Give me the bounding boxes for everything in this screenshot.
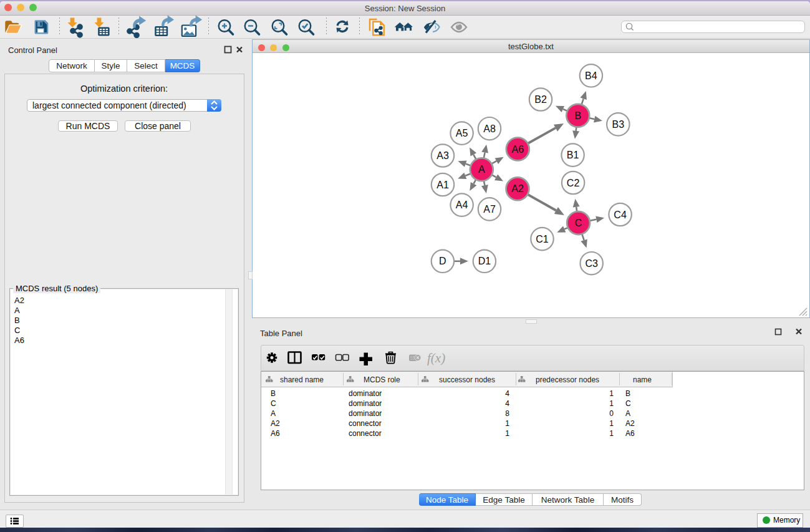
svg-text:B2: B2	[534, 94, 547, 105]
svg-text:A5: A5	[456, 128, 468, 138]
svg-text:B3: B3	[612, 119, 625, 130]
svg-text:D: D	[439, 256, 446, 266]
svg-text:C4: C4	[614, 210, 627, 220]
svg-text:B1: B1	[567, 150, 579, 160]
svg-text:A7: A7	[483, 204, 496, 215]
svg-text:A: A	[478, 164, 485, 175]
svg-text:A6: A6	[512, 144, 524, 155]
svg-text:A2: A2	[511, 183, 524, 194]
svg-text:A8: A8	[483, 123, 496, 134]
svg-text:A1: A1	[436, 180, 449, 190]
svg-text:B4: B4	[585, 70, 597, 81]
svg-text:C: C	[575, 218, 582, 228]
svg-text:B: B	[574, 110, 581, 121]
svg-text:C2: C2	[567, 178, 580, 188]
svg-text:A4: A4	[456, 200, 468, 210]
svg-text:A3: A3	[436, 150, 449, 161]
svg-text:D1: D1	[478, 256, 491, 266]
svg-text:C3: C3	[585, 258, 598, 269]
svg-text:C1: C1	[536, 234, 549, 244]
